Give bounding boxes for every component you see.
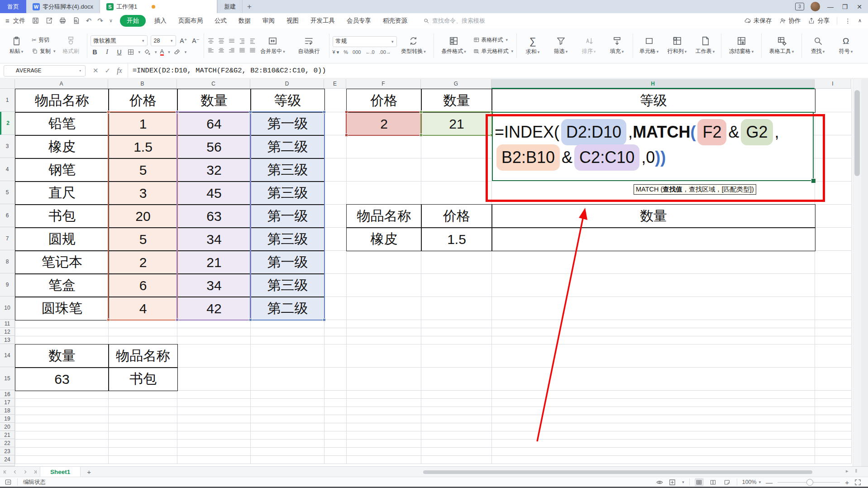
kebab-menu-icon[interactable]: ⋮ [844,17,851,24]
horizontal-scrollbar-thumb[interactable] [423,470,812,474]
cell-D6[interactable]: 第一级 [250,204,325,228]
macro-status-icon[interactable]: JS [5,478,12,486]
increase-decimal-button[interactable]: .00→ [379,49,391,55]
row-header-24[interactable]: 24 [0,455,15,464]
cell-F1[interactable]: 价格 [346,89,422,113]
borders-icon[interactable] [127,48,134,56]
cell-D10[interactable]: 第二级 [250,297,325,321]
table-style-button[interactable]: 表格样式▾ [473,36,514,44]
column-header-E[interactable]: E [324,79,346,89]
command-search[interactable]: 查找命令、搜索模板 [423,17,485,25]
cell-H1[interactable]: 等级 [491,89,816,113]
menu-item-会员专享[interactable]: 会员专享 [341,15,377,27]
cell-B8[interactable]: 2 [108,250,178,274]
undo-icon[interactable]: ↶ [86,17,92,25]
cell-C4[interactable]: 32 [177,158,251,182]
cell-D8[interactable]: 第一级 [250,250,325,274]
fullscreen-icon[interactable] [854,478,862,486]
row-header-14[interactable]: 14 [0,344,15,367]
doc-tab-new[interactable]: 新建 [217,0,243,13]
menu-item-审阅[interactable]: 审阅 [257,15,281,27]
cut-button[interactable]: ✂剪切 [32,36,56,44]
rows-cols-button[interactable]: 行和列▾ [664,32,690,60]
decrease-decimal-button[interactable]: ←.0 [365,49,374,55]
row-header-4[interactable]: 4 [0,158,15,181]
font-color-button[interactable]: A [160,48,164,56]
cell-F6[interactable]: 物品名称 [346,204,422,228]
cell-C1[interactable]: 数量 [177,89,251,113]
font-decrease-button[interactable]: A⁻ [191,37,200,44]
add-sheet-button[interactable]: + [81,468,97,476]
paste-button[interactable]: 粘贴▾ [4,32,29,60]
align-bottom-icon[interactable] [228,37,235,44]
cell-D5[interactable]: 第三级 [250,181,325,205]
hamburger-icon[interactable]: ≡ [5,17,10,24]
normal-view-button[interactable] [695,478,704,486]
merge-center-button[interactable]: 合并居中▾ [256,32,290,60]
page-layout-view-button[interactable] [723,478,732,486]
menu-item-插入[interactable]: 插入 [148,15,172,27]
row-header-7[interactable]: 7 [0,227,15,250]
conditional-format-button[interactable]: 条件格式▾ [437,32,471,60]
cell-A3[interactable]: 橡皮 [15,135,109,159]
doc-tab-docx[interactable]: W 零分猫脚本(4).docx [26,0,100,13]
confirm-entry-icon[interactable]: ✓ [105,67,111,75]
thousand-separator-button[interactable]: 000 [353,49,361,55]
select-all-corner[interactable] [0,79,15,89]
cell-C2[interactable]: 64 [177,112,251,136]
zoom-level[interactable]: 100%▾ [742,479,761,485]
cell-A7[interactable]: 圆规 [15,227,109,251]
cell-B4[interactable]: 5 [108,158,178,182]
cell-D1[interactable]: 等级 [250,89,325,113]
cell-D9[interactable]: 第三级 [250,273,325,297]
row-header-22[interactable]: 22 [0,439,15,447]
save-icon[interactable] [32,17,39,24]
last-sheet-icon[interactable] [30,469,40,476]
doc-tab-workbook[interactable]: S 工作簿1 [100,0,217,13]
cell-A1[interactable]: 物品名称 [15,89,109,113]
next-sheet-icon[interactable] [20,469,30,476]
cell-F2[interactable]: 2 [346,112,422,136]
cell-C7[interactable]: 34 [177,227,251,251]
menu-item-数据[interactable]: 数据 [233,15,257,27]
number-format-select[interactable]: 常规▾ [333,36,397,47]
menu-item-稻壳资源[interactable]: 稻壳资源 [377,15,413,27]
copy-button[interactable]: 复制▾ [32,48,56,55]
row-header-12[interactable]: 12 [0,328,15,336]
row-header-10[interactable]: 10 [0,297,15,320]
vertical-scrollbar-thumb[interactable] [854,90,860,176]
cell-C6[interactable]: 63 [177,204,251,228]
currency-button[interactable]: ¥ ▾ [333,49,339,55]
table-tools-button[interactable]: 表格工具▾ [765,32,798,60]
name-box[interactable]: AVERAGE▾ [4,65,86,77]
align-middle-icon[interactable] [218,37,225,44]
cell-D2[interactable]: 第一级 [250,112,325,136]
wrap-text-button[interactable]: 自动换行 [292,32,326,60]
minimize-button[interactable]: — [826,3,835,10]
filter-button[interactable]: 筛选▾ [548,32,573,60]
row-header-15[interactable]: 15 [0,367,15,390]
cell-G1[interactable]: 数量 [421,89,492,113]
cell-C5[interactable]: 45 [177,181,251,205]
file-menu[interactable]: 文件 [13,17,25,25]
cell-A14[interactable]: 数量 [15,344,109,368]
selection-handle[interactable] [811,178,816,183]
row-header-8[interactable]: 8 [0,250,15,273]
worksheet-button[interactable]: 工作表▾ [692,32,718,60]
symbol-button[interactable]: Ω 符号▾ [833,32,858,60]
doc-count-badge[interactable]: 3 [795,3,804,10]
restore-button[interactable]: ❐ [841,3,849,10]
row-header-20[interactable]: 20 [0,423,15,431]
cell-B5[interactable]: 3 [108,181,178,205]
cell-A8[interactable]: 笔记本 [15,250,109,274]
collapse-ribbon-icon[interactable]: ∧ [858,18,862,24]
row-header-18[interactable]: 18 [0,407,15,415]
eraser-icon[interactable] [173,48,181,56]
column-header-F[interactable]: F [346,79,421,89]
sort-button[interactable]: 排序▾ [576,32,601,60]
cell-B2[interactable]: 1 [108,112,178,136]
zoom-out-button[interactable]: — [766,478,773,486]
cell-B3[interactable]: 1.5 [108,135,178,159]
menu-item-开始[interactable]: 开始 [120,15,146,27]
cell-C3[interactable]: 56 [177,135,251,159]
